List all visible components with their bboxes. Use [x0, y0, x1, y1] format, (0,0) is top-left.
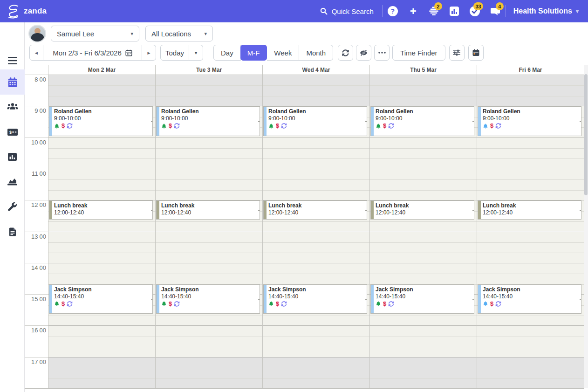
event-accent: [157, 201, 159, 219]
zanda-logo-icon: [7, 3, 21, 19]
dollar-icon: $: [62, 301, 65, 307]
view-month-button[interactable]: Month: [299, 45, 333, 61]
view-day-button[interactable]: Day: [213, 45, 241, 61]
tasks-button[interactable]: 2: [424, 0, 444, 22]
view-week-button[interactable]: Week: [267, 45, 299, 61]
hamburger-icon: [8, 57, 17, 64]
event-card[interactable]: Jack Simpson14:40-15:40$: [49, 284, 153, 314]
calendar-icon: [8, 77, 17, 87]
event-card[interactable]: Roland Gellen9:00-10:00$: [156, 106, 260, 136]
event-card[interactable]: Lunch break12:00-12:40: [263, 200, 367, 220]
calendar-toolbar: ◄ Mon 2/3 - Fri 6/3/2026 ► Today ▾ Day M…: [25, 45, 588, 64]
event-card[interactable]: Lunch break12:00-12:40: [478, 200, 581, 220]
event-accent: [371, 285, 374, 313]
hide-cancelled-button[interactable]: [356, 45, 371, 61]
sidebar-menu-toggle[interactable]: [0, 50, 25, 71]
account-menu[interactable]: Health Solutions ▾: [506, 7, 588, 15]
bell-icon: [268, 123, 274, 129]
day-header[interactable]: Mon 2 Mar: [48, 65, 155, 75]
dollar-icon: $: [276, 123, 279, 129]
location-select[interactable]: All Locations ▾: [145, 26, 213, 41]
vertical-scrollbar: [584, 65, 588, 388]
event-card[interactable]: Lunch break12:00-12:40: [370, 200, 474, 220]
sidebar-item-analytics[interactable]: [0, 171, 25, 192]
time-slot: [48, 232, 584, 242]
sidebar-item-documents[interactable]: [0, 221, 25, 242]
dollar-icon: $: [490, 301, 493, 307]
event-card[interactable]: Lunch break12:00-12:40: [156, 200, 260, 220]
bell-icon: [161, 301, 167, 307]
sidebar-item-clients[interactable]: [0, 96, 25, 117]
approvals-badge: 33: [473, 2, 483, 10]
time-label: 800: [25, 76, 46, 83]
event-time: 14:40-15:40: [161, 293, 258, 300]
dollar-icon: $: [276, 301, 279, 307]
event-card[interactable]: Roland Gellen9:00-10:00$: [478, 106, 581, 136]
time-label: 1600: [25, 327, 46, 334]
practitioner-name: Samuel Lee: [57, 30, 94, 38]
event-accent: [264, 285, 267, 313]
messages-button[interactable]: 4: [485, 0, 506, 22]
time-finder-button[interactable]: Time Finder: [392, 45, 445, 61]
display-settings-button[interactable]: [449, 45, 465, 61]
more-options-button[interactable]: [374, 45, 390, 61]
next-week-button[interactable]: ►: [142, 45, 156, 61]
date-range-button[interactable]: Mon 2/3 - Fri 6/3/2026: [43, 45, 142, 61]
event-card[interactable]: Roland Gellen9:00-10:00$: [370, 106, 474, 136]
chevron-down-icon: ▾: [204, 31, 207, 37]
event-card[interactable]: Jack Simpson14:40-15:40$: [156, 284, 260, 314]
event-time: 12:00-12:40: [376, 209, 472, 216]
quick-search[interactable]: Quick Search: [317, 7, 382, 15]
day-header[interactable]: Tue 3 Mar: [156, 65, 262, 75]
event-status-icons: $: [376, 123, 472, 129]
brand-logo[interactable]: zanda: [7, 3, 47, 19]
people-icon: [7, 103, 18, 111]
event-card[interactable]: Jack Simpson14:40-15:40$: [478, 284, 581, 314]
help-button[interactable]: ?: [383, 0, 403, 22]
day-header[interactable]: Wed 4 Mar: [263, 65, 369, 75]
day-header[interactable]: Fri 6 Mar: [477, 65, 584, 75]
dollar-icon: $: [490, 123, 493, 129]
availability-button[interactable]: [468, 45, 484, 61]
event-status-icons: $: [268, 123, 365, 129]
help-icon: ?: [388, 6, 398, 16]
hour-row: [48, 75, 584, 106]
add-new-button[interactable]: +: [403, 0, 424, 22]
view-mf-button[interactable]: M-F: [240, 45, 267, 61]
sidebar-item-calendar[interactable]: [0, 69, 25, 95]
prev-week-button[interactable]: ◄: [29, 45, 43, 61]
calendar-grid: Mon 2 MarTue 3 MarWed 4 MarThu 5 MarFri …: [25, 65, 588, 388]
event-time: 9:00-10:00: [376, 115, 472, 122]
refresh-button[interactable]: [338, 45, 353, 61]
sidebar-item-reports[interactable]: [0, 146, 25, 167]
approvals-button[interactable]: 33: [465, 0, 485, 22]
time-slot: [48, 138, 584, 148]
column-divider: [48, 65, 48, 389]
sidebar-item-invoices[interactable]: $: [0, 122, 25, 142]
event-card[interactable]: Jack Simpson14:40-15:40$: [370, 284, 474, 314]
event-card[interactable]: Jack Simpson14:40-15:40$: [263, 284, 367, 314]
day-header[interactable]: Thu 5 Mar: [370, 65, 477, 75]
event-title: Roland Gellen: [161, 108, 258, 115]
scrollbar-thumb[interactable]: [584, 74, 588, 195]
event-time: 9:00-10:00: [483, 115, 579, 122]
practitioner-select[interactable]: Samuel Lee ▾: [51, 26, 139, 41]
event-title: Jack Simpson: [483, 286, 579, 293]
practitioner-avatar[interactable]: [28, 25, 46, 42]
gutter-hour-line: [25, 357, 48, 358]
today-button[interactable]: Today: [160, 45, 189, 61]
event-accent: [49, 285, 52, 313]
bell-icon: [483, 123, 488, 129]
event-card[interactable]: Lunch break12:00-12:40: [49, 200, 153, 220]
time-slot: [48, 85, 584, 96]
money-check-icon: $: [7, 129, 18, 136]
reports-button[interactable]: [444, 0, 465, 22]
today-dropdown-button[interactable]: ▾: [189, 45, 203, 61]
svg-text:$: $: [9, 130, 12, 134]
event-card[interactable]: Roland Gellen9:00-10:00$: [49, 106, 153, 136]
event-status-icons: $: [54, 301, 150, 307]
event-card[interactable]: Roland Gellen9:00-10:00$: [263, 106, 367, 136]
time-slot: [48, 337, 584, 347]
event-accent: [371, 201, 374, 219]
sidebar-item-tools[interactable]: [0, 196, 25, 217]
